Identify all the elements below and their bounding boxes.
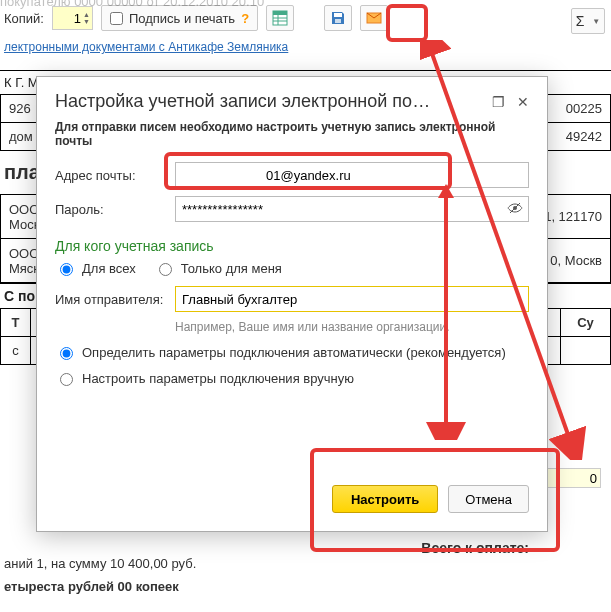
email-button[interactable]: [360, 5, 388, 31]
svg-rect-5: [334, 13, 342, 17]
cancel-button[interactable]: Отмена: [448, 485, 529, 513]
svg-rect-1: [273, 11, 287, 15]
edo-link[interactable]: лектронными документами с Антикафе Земля…: [4, 40, 288, 54]
copies-label: Копий:: [4, 11, 44, 26]
chevron-down-icon: ▼: [592, 17, 600, 26]
radio-me-input[interactable]: [159, 263, 172, 276]
sender-name-input[interactable]: [175, 286, 529, 312]
eye-icon[interactable]: [507, 200, 523, 219]
radio-all-label: Для всех: [82, 261, 136, 276]
spinner-arrows[interactable]: ▲▼: [83, 11, 90, 25]
save-button[interactable]: [324, 5, 352, 31]
for-whom-section: Для кого учетная запись: [55, 238, 529, 254]
sender-name-label: Имя отправителя:: [55, 292, 165, 307]
sigma-button[interactable]: Σ ▼: [571, 8, 605, 34]
radio-auto-label: Определить параметры подключения автомат…: [82, 345, 506, 360]
sender-name-hint: Например, Ваше имя или название организа…: [175, 320, 529, 334]
sigma-icon: Σ: [576, 13, 585, 29]
radio-all[interactable]: Для всех: [55, 260, 136, 276]
sum-input[interactable]: [547, 468, 601, 488]
top-fragment: покупателю 0000 00000 от 20.12.2010 20.1…: [0, 0, 264, 9]
spreadsheet-button[interactable]: [266, 5, 294, 31]
radio-manual[interactable]: Настроить параметры подключения вручную: [55, 370, 354, 386]
radio-auto[interactable]: Определить параметры подключения автомат…: [55, 344, 506, 360]
radio-me-label: Только для меня: [181, 261, 282, 276]
total-label: Всего к оплате:: [421, 540, 529, 556]
help-icon[interactable]: ?: [241, 11, 249, 26]
radio-all-input[interactable]: [60, 263, 73, 276]
password-label: Пароль:: [55, 202, 165, 217]
ok-button[interactable]: Настроить: [332, 485, 438, 513]
email-account-dialog: Настройка учетной записи электронной по……: [36, 76, 548, 532]
copies-input[interactable]: [55, 9, 83, 28]
radio-manual-input[interactable]: [60, 373, 73, 386]
radio-auto-input[interactable]: [60, 347, 73, 360]
envelope-icon: [366, 10, 382, 26]
close-icon[interactable]: ✕: [517, 94, 529, 110]
sign-print-label: Подпись и печать: [129, 11, 235, 26]
footer-line-1: аний 1, на сумму 10 400,00 руб.: [0, 552, 200, 575]
floppy-icon: [330, 10, 346, 26]
dialog-instruction: Для отправки писем необходимо настроить …: [55, 120, 529, 148]
svg-rect-6: [335, 19, 341, 23]
email-label: Адрес почты:: [55, 168, 165, 183]
footer-line-2: етыреста рублей 00 копеек: [0, 575, 200, 598]
password-input[interactable]: [175, 196, 529, 222]
copies-spinner[interactable]: ▲▼: [52, 6, 93, 30]
window-restore-icon[interactable]: ❐: [492, 94, 505, 110]
sign-print-checkbox[interactable]: [110, 12, 123, 25]
email-input[interactable]: [175, 162, 529, 188]
radio-me[interactable]: Только для меня: [154, 260, 282, 276]
dialog-title: Настройка учетной записи электронной по…: [55, 91, 430, 112]
radio-manual-label: Настроить параметры подключения вручную: [82, 371, 354, 386]
spreadsheet-icon: [272, 10, 288, 26]
